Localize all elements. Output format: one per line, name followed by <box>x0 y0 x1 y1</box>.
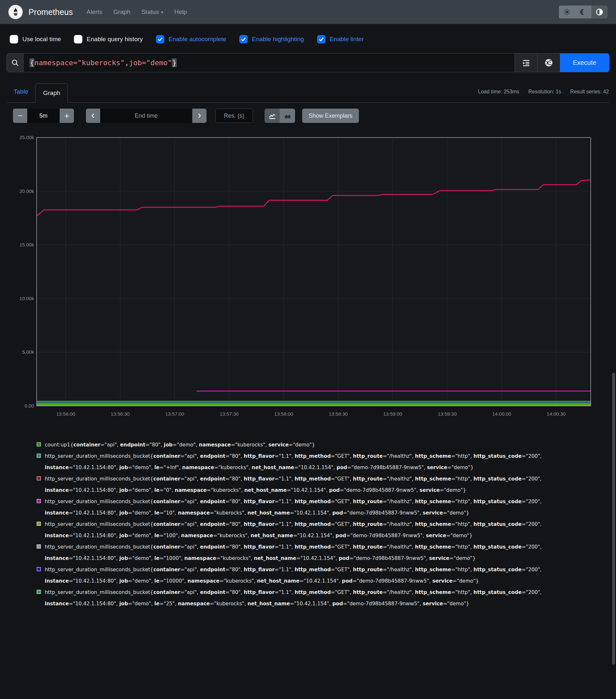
checkbox-checked[interactable] <box>239 35 248 43</box>
forward-button chevron-right-icon[interactable] <box>192 109 207 123</box>
increase-duration-button plus-icon[interactable]: + <box>60 109 74 123</box>
legend-entry[interactable]: http_server_duration_milliseconds_bucket… <box>37 451 545 473</box>
x-tick-label: 13:57:00 <box>165 411 184 417</box>
y-tick-label: 0.00 <box>25 403 34 409</box>
legend-entry[interactable]: http_server_duration_milliseconds_bucket… <box>37 541 545 564</box>
legend-swatch <box>37 544 41 549</box>
y-tick-label: 15.00k <box>19 242 34 247</box>
checkbox-unchecked[interactable] <box>10 35 18 43</box>
x-tick-label: 13:58:00 <box>274 411 293 417</box>
options-row: Use local timeEnable query historyEnable… <box>0 24 616 53</box>
y-tick-label: 5.00k <box>22 349 34 355</box>
legend-swatch <box>37 499 41 503</box>
checkbox-unchecked[interactable] <box>74 35 82 43</box>
chart-type-toggle <box>264 109 295 123</box>
show-exemplars-button[interactable]: Show Exemplars <box>302 109 359 123</box>
legend-series-label: http_server_duration_milliseconds_bucket… <box>45 544 542 561</box>
option-label: Enable query history <box>87 36 143 43</box>
search-icon[interactable] <box>7 53 24 72</box>
metrics-explorer-button globe-icon[interactable] <box>537 53 560 72</box>
time-series-chart[interactable]: 0.005.00k10.00k15.00k20.00k25.00k13:56:0… <box>6 133 610 421</box>
query-token-op: = <box>73 59 77 67</box>
legend-entry[interactable]: count:up1{container="api", endpoint="80"… <box>37 439 545 451</box>
option-enable-query-history[interactable]: Enable query history <box>74 35 143 43</box>
navbar: Prometheus AlertsGraphStatus▾Help <box>0 0 616 24</box>
x-tick-label: 14:00:00 <box>492 411 511 417</box>
query-input[interactable]: {namespace="kuberocks",job="demo"} <box>24 53 514 72</box>
legend-series-label: http_server_duration_milliseconds_bucket… <box>45 590 542 607</box>
legend-entry[interactable]: http_server_duration_milliseconds_bucket… <box>37 587 545 609</box>
query-token-op: = <box>142 59 146 67</box>
x-tick-label: 14:00:30 <box>547 411 565 417</box>
option-enable-autocomplete[interactable]: Enable autocomplete <box>156 35 227 43</box>
query-bar: {namespace="kuberocks",job="demo"} <box>6 53 610 72</box>
line-chart-toggle line-chart-icon[interactable] <box>264 109 280 123</box>
execute-button[interactable]: Execute <box>560 53 609 72</box>
scrollbar-thumb[interactable] <box>612 373 615 665</box>
legend-swatch <box>37 522 41 526</box>
prometheus-logo-icon[interactable] <box>9 5 23 19</box>
legend-entry[interactable]: http_server_duration_milliseconds_bucket… <box>37 496 545 519</box>
theme-auto-button circle-half-icon[interactable] <box>591 5 607 18</box>
option-enable-highlighting[interactable]: Enable highlighting <box>239 35 304 43</box>
resolution-input[interactable]: Res. (s) <box>215 109 253 123</box>
legend-series-label: http_server_duration_milliseconds_bucket… <box>45 476 542 493</box>
x-tick-label: 13:56:30 <box>111 411 130 417</box>
legend-swatch <box>37 590 41 594</box>
legend-entry[interactable]: http_server_duration_milliseconds_bucket… <box>37 519 545 541</box>
query-token-brace: { <box>29 58 34 67</box>
theme-toggle-group <box>559 5 607 18</box>
y-tick-label: 25.00k <box>19 134 34 140</box>
x-tick-label: 13:59:30 <box>438 411 457 417</box>
stacked-chart-toggle stacked-area-icon[interactable] <box>280 109 295 123</box>
option-use-local-time[interactable]: Use local time <box>10 35 61 43</box>
legend-swatch <box>37 567 41 571</box>
end-time-input[interactable]: End time <box>100 109 192 123</box>
query-token-string: "kuberocks" <box>78 59 125 67</box>
app-title[interactable]: Prometheus <box>28 8 73 17</box>
decrease-duration-button minus-icon[interactable]: − <box>13 109 27 123</box>
x-tick-label: 13:56:00 <box>56 411 75 417</box>
theme-dark-button moon-icon[interactable] <box>575 5 591 18</box>
resolution: Resolution: 1s <box>528 89 561 95</box>
x-tick-label: 13:59:00 <box>383 411 402 417</box>
legend-swatch <box>37 476 41 480</box>
format-expression-button indent-icon[interactable] <box>514 53 537 72</box>
query-token-punct: , <box>124 59 129 67</box>
legend-swatch <box>37 453 41 458</box>
legend-series-label: http_server_duration_milliseconds_bucket… <box>45 567 542 584</box>
option-label: Use local time <box>22 36 61 43</box>
option-enable-linter[interactable]: Enable linter <box>317 35 364 43</box>
theme-light-button sun-icon[interactable] <box>559 5 575 18</box>
legend-series-label: http_server_duration_milliseconds_bucket… <box>45 521 542 539</box>
duration-input[interactable]: 5m <box>27 109 60 123</box>
legend-entry[interactable]: http_server_duration_milliseconds_bucket… <box>37 564 545 587</box>
legend-swatch <box>37 442 41 446</box>
option-label: Enable autocomplete <box>169 36 227 43</box>
legend-entry[interactable]: http_server_duration_milliseconds_bucket… <box>37 473 545 496</box>
x-tick-label: 13:58:30 <box>329 411 348 417</box>
query-token-label: job <box>129 59 142 67</box>
legend: count:up1{container="api", endpoint="80"… <box>37 439 545 609</box>
chart-panel: 0.005.00k10.00k15.00k20.00k25.00k13:56:0… <box>6 133 616 422</box>
duration-group: − 5m + <box>13 109 74 123</box>
prometheus-app: Prometheus AlertsGraphStatus▾Help <box>0 0 616 609</box>
query-token-brace: } <box>172 58 177 67</box>
legend-series-label: count:up1{container="api", endpoint="80"… <box>45 442 315 448</box>
back-button chevron-left-icon[interactable] <box>86 109 100 123</box>
y-tick-label: 20.00k <box>19 188 34 194</box>
nav-link-graph[interactable]: Graph <box>113 9 130 16</box>
nav-link-help[interactable]: Help <box>174 9 187 16</box>
tab-bar: Table Graph Load time: 253ms Resolution:… <box>6 81 610 103</box>
tab-graph[interactable]: Graph <box>35 83 68 103</box>
query-token-string: "demo" <box>146 59 172 67</box>
time-range-group: End time <box>86 109 207 123</box>
nav-link-alerts[interactable]: Alerts <box>87 9 103 16</box>
load-time: Load time: 253ms <box>478 89 519 95</box>
tab-table[interactable]: Table <box>6 88 35 103</box>
checkbox-checked[interactable] <box>156 35 165 43</box>
query-stats: Load time: 253ms Resolution: 1s Result s… <box>478 89 610 95</box>
graph-controls: − 5m + End time Res. (s) <box>13 109 616 123</box>
checkbox-checked[interactable] <box>317 35 326 43</box>
nav-link-status[interactable]: Status▾ <box>141 9 163 16</box>
